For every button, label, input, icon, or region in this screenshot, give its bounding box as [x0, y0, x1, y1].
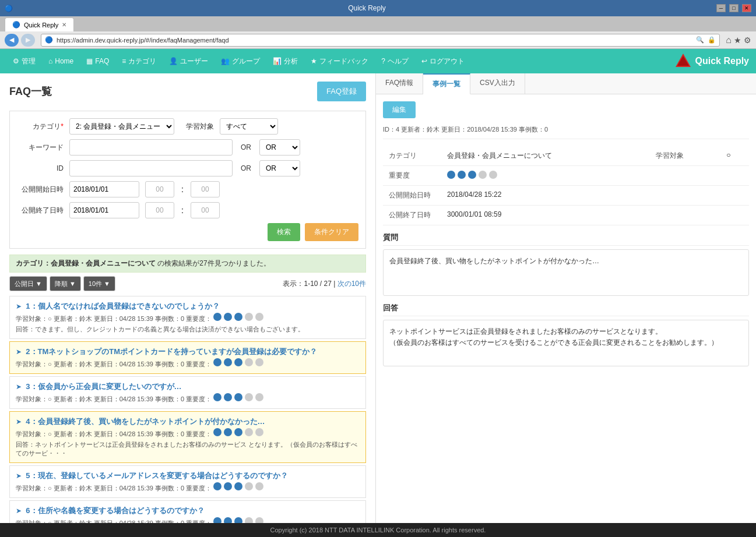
close-button[interactable]: ✕: [742, 4, 751, 12]
faq-title[interactable]: 6：住所や名義を変更する場合はどうするのですか？: [26, 506, 204, 515]
faq-register-button[interactable]: FAQ登録: [317, 82, 366, 101]
minimize-button[interactable]: ─: [716, 4, 726, 12]
category-select[interactable]: 2: 会員登録・会員メニュー: [69, 118, 174, 135]
faq-arrow-icon: ➤: [16, 507, 22, 515]
dot3: [234, 313, 242, 321]
chart-icon: 📊: [273, 57, 282, 65]
nav-item-group[interactable]: 👥 グループ: [215, 49, 266, 73]
faq-arrow-icon: ➤: [16, 302, 22, 310]
bookmark-button[interactable]: ★: [734, 36, 741, 45]
id-input[interactable]: [69, 160, 233, 176]
faq-title[interactable]: 1：個人名でなければ会員登録はできないのでしょうか？: [26, 302, 219, 310]
start-min-input[interactable]: [191, 181, 220, 197]
back-button[interactable]: ◀: [5, 34, 19, 47]
nav-item-analysis[interactable]: 📊 分析: [267, 49, 304, 73]
keyword-row: キーワード OR ORAND: [17, 139, 358, 156]
faq-answer: 回答：できます。但し、クレジットカードの名義と異なる場合は決済ができない場合もご…: [16, 325, 360, 334]
search-button[interactable]: 検索: [268, 223, 300, 241]
tab-case-list[interactable]: 事例一覧: [423, 73, 470, 94]
faq-item[interactable]: ➤ 1：個人名でなければ会員登録はできないのでしょうか？ 学習対象：○ 更新者：…: [9, 296, 366, 339]
window-icon: 🔵: [5, 5, 13, 12]
nav-item-admin[interactable]: ⚙ 管理: [7, 49, 41, 73]
faq-item-selected[interactable]: ➤ 4：会員登録終了後、買い物をしたがネットポイントが付かなかった… 学習対象：…: [9, 411, 366, 463]
faq-item[interactable]: ➤ 6：住所や名義を変更する場合はどうするのですか？ 学習対象：○ 更新者：鈴木…: [9, 500, 366, 523]
url-text: https://admin.dev.quick-reply.jp/#/index…: [57, 37, 229, 44]
tab-faq-info[interactable]: FAQ情報: [376, 73, 423, 94]
faq-item[interactable]: ➤ 5：現在、登録しているメールアドレスを変更する場合はどうするのですか？ 学習…: [9, 465, 366, 498]
dot1: [213, 393, 221, 401]
help-icon: ?: [381, 57, 385, 65]
dot2: [224, 393, 232, 401]
end-hour-input[interactable]: [145, 202, 174, 218]
answer-section-label: 回答: [383, 303, 749, 316]
faq-meta: 学習対象：○ 更新者：鈴木 更新日：04/28 15:39 事例数：0 重要度：: [16, 313, 360, 323]
keyword-label: キーワード: [17, 143, 64, 153]
forward-button[interactable]: ▶: [21, 34, 35, 47]
active-tab[interactable]: 🔵 Quick Reply ✕: [5, 17, 74, 31]
nav-item-user[interactable]: 👤 ユーザー: [163, 49, 214, 73]
top-nav: ⚙ 管理 ⌂ Home ▦ FAQ ≡ カテゴリ 👤 ユーザー 👥 グループ 📊…: [0, 49, 756, 73]
question-content: 会員登録終了後、買い物をしたがネットポイントが付かなかった…: [383, 249, 749, 296]
dot1: [447, 171, 455, 179]
nav-logo: Quick Reply: [674, 52, 749, 70]
faq-item[interactable]: ➤ 3：仮会員から正会員に変更したいのですが… 学習対象：○ 更新者：鈴木 更新…: [9, 376, 366, 409]
edit-button[interactable]: 編集: [383, 101, 416, 118]
id-row: ID OR ORAND: [17, 160, 358, 176]
dot2: [224, 428, 232, 436]
start-date-row: 公開開始日時 :: [17, 181, 358, 197]
start-hour-input[interactable]: [145, 181, 174, 197]
nav-item-logout[interactable]: ↩ ログアウト: [416, 49, 470, 73]
lock-icon: 🔒: [708, 36, 716, 44]
nav-item-help[interactable]: ? ヘルプ: [375, 49, 414, 73]
importance-dots-detail: [447, 171, 498, 179]
end-min-input[interactable]: [191, 202, 220, 218]
faq-title[interactable]: 2：TMネットショップのTMポイントカードを持っていますが会員登録は必要ですか？: [26, 347, 317, 356]
keyword-or-select[interactable]: ORAND: [259, 139, 300, 156]
importance-dots-cell: [441, 166, 749, 186]
clear-button[interactable]: 条件クリア: [305, 223, 358, 241]
star-icon: ★: [311, 57, 317, 65]
maximize-button[interactable]: □: [729, 4, 739, 12]
faq-title[interactable]: 4：会員登録終了後、買い物をしたがネットポイントが付かなかった…: [26, 417, 265, 426]
tab-favicon: 🔵: [12, 21, 20, 29]
dot4: [245, 358, 253, 366]
sort-order-button[interactable]: 降順 ▼: [50, 276, 81, 291]
dot2: [224, 517, 232, 523]
logout-icon: ↩: [421, 57, 427, 65]
faq-item[interactable]: ➤ 2：TMネットショップのTMポイントカードを持っていますが会員登録は必要です…: [9, 341, 366, 374]
dot4: [245, 517, 253, 523]
nav-item-home[interactable]: ⌂ Home: [43, 49, 79, 73]
start-colon: :: [181, 185, 184, 194]
dot1: [213, 482, 221, 490]
start-date-input[interactable]: [69, 181, 139, 197]
home-button[interactable]: ⌂: [726, 35, 732, 45]
end-date-input[interactable]: [69, 202, 139, 218]
gakushuu-select[interactable]: すべて: [220, 118, 278, 135]
nav-item-faq[interactable]: ▦ FAQ: [80, 49, 115, 73]
tab-close-icon[interactable]: ✕: [62, 22, 66, 28]
search-form: カテゴリ* 2: 会員登録・会員メニュー 学習対象 すべて キーワード OR: [9, 111, 366, 249]
tab-csv[interactable]: CSV入出力: [470, 73, 525, 94]
importance-dots: [213, 393, 265, 401]
keyword-input[interactable]: [69, 139, 233, 156]
count-button[interactable]: 10件 ▼: [83, 276, 115, 291]
faq-title[interactable]: 3：仮会員から正会員に変更したいのですが…: [26, 382, 181, 391]
chevron-down-icon: ▼: [36, 280, 42, 287]
nav-item-feedback[interactable]: ★ フィードバック: [305, 49, 374, 73]
settings-button[interactable]: ⚙: [744, 36, 751, 45]
logo-icon: [674, 52, 692, 70]
table-row: カテゴリ 会員登録・会員メニューについて 学習対象 ○: [383, 146, 749, 166]
category-label-cell: カテゴリ: [383, 146, 441, 166]
order-label: 降順: [55, 280, 68, 288]
faq-title[interactable]: 5：現在、登録しているメールアドレスを変更する場合はどうするのですか？: [26, 471, 287, 480]
category-row: カテゴリ* 2: 会員登録・会員メニュー 学習対象 すべて: [17, 118, 358, 135]
id-or-select[interactable]: ORAND: [259, 160, 300, 176]
next-link[interactable]: 次の10件: [337, 280, 366, 288]
address-bar[interactable]: 🔵 https://admin.dev.quick-reply.jp/#/ind…: [41, 34, 720, 47]
table-row: 重要度: [383, 166, 749, 186]
nav-item-category[interactable]: ≡ カテゴリ: [116, 49, 162, 73]
end-colon: :: [181, 206, 184, 215]
sort-date-button[interactable]: 公開日 ▼: [9, 276, 47, 291]
start-value-cell: 2018/04/28 15:22: [441, 186, 749, 206]
dot3: [468, 171, 476, 179]
